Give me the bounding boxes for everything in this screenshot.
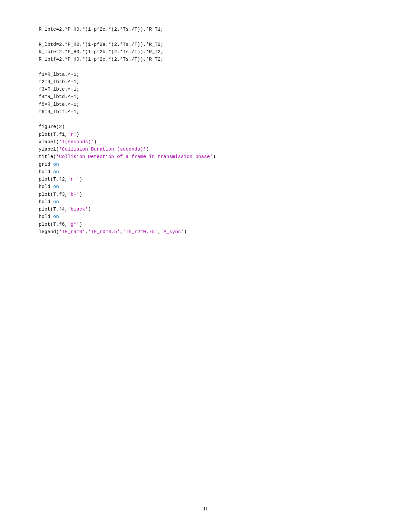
code-token: 'Collision Detection of a frame in trans… — [56, 154, 213, 160]
code-token: hold — [39, 199, 53, 205]
code-line: plot(T,f6,'g*') — [39, 221, 372, 228]
code-line: legend('TH_ra=0','TH_r0=0.5','Th_r2=0.75… — [39, 228, 372, 236]
code-token: on — [53, 184, 59, 190]
code-line: f5=R_lbte.^-1; — [39, 101, 372, 108]
code-line: f6=R_lbtf.^-1; — [39, 108, 372, 116]
code-token: ) — [88, 207, 91, 212]
code-token: , — [85, 229, 88, 235]
code-line: R_lbte=2.*P_H0.*(1-pf2b.*(2.*Ts./T)).*R_… — [39, 48, 372, 56]
code-token: plot(T,f4, — [39, 207, 68, 212]
code-line: xlabel('T(seconds)') — [39, 138, 372, 146]
code-line: hold on — [39, 168, 372, 176]
code-token: 'black' — [68, 207, 88, 212]
code-line: plot(T,f1,'r') — [39, 131, 372, 138]
code-token: f6=R_lbtf.^-1; — [39, 109, 79, 115]
code-token: plot(T,f2, — [39, 177, 68, 182]
code-token: 'Th_r2=0.75' — [123, 229, 158, 235]
code-token: on — [53, 169, 59, 175]
code-token: f5=R_lbte.^-1; — [39, 102, 79, 107]
code-token: ) — [79, 192, 82, 197]
code-token: 'r' — [68, 132, 76, 137]
code-block: R_lbtc=2.*P_H0.*(1-pf2c.*(2.*Ts./T)).*R_… — [39, 26, 372, 236]
code-line: plot(T,f2,'r-') — [39, 176, 372, 183]
code-line: ylabel('Collision Duration (seconds)') — [39, 146, 372, 153]
code-line: grid on — [39, 161, 372, 168]
code-token: on — [53, 162, 59, 167]
code-token: on — [53, 199, 59, 205]
code-token: R_lbtf=2.*P_H0.*(1-pf2c.*(2.*Ts./T)).*R_… — [39, 57, 163, 62]
code-token: 'A_sync' — [161, 229, 184, 235]
code-token: , — [158, 229, 161, 235]
code-line: R_lbtf=2.*P_H0.*(1-pf2c.*(2.*Ts./T)).*R_… — [39, 56, 372, 63]
code-token: 'b+' — [68, 192, 79, 197]
code-token: hold — [39, 169, 53, 175]
code-token: R_lbtc=2.*P_H0.*(1-pf2c.*(2.*Ts./T)).*R_… — [39, 27, 163, 32]
code-token: hold — [39, 214, 53, 220]
code-line: plot(T,f3,'b+') — [39, 191, 372, 198]
code-token: figure(2) — [39, 124, 65, 130]
code-token: R_lbtd=2.*P_H0.*(1-pf2a.*(2.*Ts./T)).*R_… — [39, 42, 163, 47]
code-token: plot(T,f3, — [39, 192, 68, 197]
code-token: grid — [39, 162, 53, 167]
code-token: ) — [146, 147, 149, 152]
code-token: 'r-' — [68, 177, 79, 182]
code-line: hold on — [39, 183, 372, 191]
code-token: , — [120, 229, 123, 235]
code-line — [39, 63, 372, 71]
page-number: 11 — [203, 505, 208, 513]
code-line: R_lbtd=2.*P_H0.*(1-pf2a.*(2.*Ts./T)).*R_… — [39, 41, 372, 48]
code-token: 'TH_r0=0.5' — [88, 229, 120, 235]
code-line — [39, 33, 372, 41]
code-token: f2=R_lbtb.^-1; — [39, 79, 79, 85]
code-line: R_lbtc=2.*P_H0.*(1-pf2c.*(2.*Ts./T)).*R_… — [39, 26, 372, 33]
code-token: f3=R_lbtc.^-1; — [39, 87, 79, 92]
code-token: ) — [213, 154, 216, 160]
code-token: ) — [184, 229, 187, 235]
code-token: plot(T,f1, — [39, 132, 68, 137]
page-container: R_lbtc=2.*P_H0.*(1-pf2c.*(2.*Ts./T)).*R_… — [0, 0, 411, 532]
code-token: legend( — [39, 229, 59, 235]
code-line: hold on — [39, 213, 372, 221]
code-token: f1=R_lbta.^-1; — [39, 72, 79, 77]
code-token: ylabel( — [39, 147, 59, 152]
code-token: on — [53, 214, 59, 220]
code-token: title( — [39, 154, 56, 160]
code-line: f4=R_lbtd.^-1; — [39, 93, 372, 101]
code-line: f2=R_lbtb.^-1; — [39, 78, 372, 86]
code-line: hold on — [39, 198, 372, 206]
code-token: 'g*' — [68, 222, 79, 227]
code-token: 'TH_ra=0' — [59, 229, 85, 235]
code-token: xlabel( — [39, 139, 59, 145]
code-token: R_lbte=2.*P_H0.*(1-pf2b.*(2.*Ts./T)).*R_… — [39, 49, 163, 55]
code-token: ) — [94, 139, 97, 145]
code-token: 'Collision Duration (seconds)' — [59, 147, 146, 152]
code-line: title('Collision Detection of a frame in… — [39, 153, 372, 161]
code-token: 'T(seconds)' — [59, 139, 94, 145]
code-line: f1=R_lbta.^-1; — [39, 71, 372, 78]
code-line: figure(2) — [39, 123, 372, 131]
code-line: f3=R_lbtc.^-1; — [39, 86, 372, 93]
code-line — [39, 116, 372, 123]
code-token: ) — [79, 177, 82, 182]
code-line: plot(T,f4,'black') — [39, 206, 372, 213]
code-token: f4=R_lbtd.^-1; — [39, 94, 79, 100]
code-token: hold — [39, 184, 53, 190]
code-token: ) — [76, 132, 79, 137]
code-token: ) — [79, 222, 82, 227]
code-token: plot(T,f6, — [39, 222, 68, 227]
